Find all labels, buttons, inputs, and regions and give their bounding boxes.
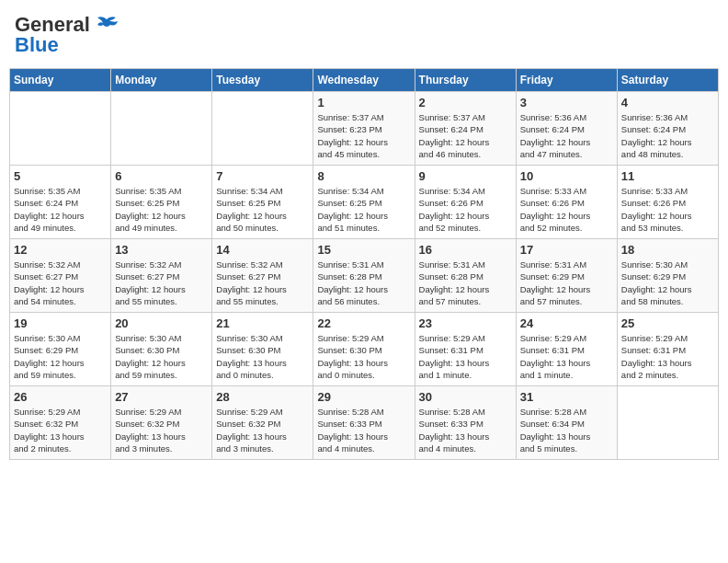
day-info: Sunrise: 5:32 AM Sunset: 6:27 PM Dayligh…: [216, 259, 309, 307]
day-cell: [111, 92, 212, 166]
day-number: 31: [520, 390, 613, 404]
day-number: 22: [317, 316, 410, 330]
day-number: 16: [419, 243, 512, 257]
header-friday: Friday: [516, 69, 617, 92]
header-sunday: Sunday: [10, 69, 111, 92]
day-info: Sunrise: 5:36 AM Sunset: 6:24 PM Dayligh…: [621, 111, 714, 160]
day-number: 9: [419, 169, 512, 183]
day-info: Sunrise: 5:30 AM Sunset: 6:29 PM Dayligh…: [621, 259, 714, 307]
page-header: General Blue: [9, 9, 719, 61]
day-info: Sunrise: 5:29 AM Sunset: 6:32 PM Dayligh…: [115, 406, 208, 454]
day-number: 3: [520, 96, 613, 109]
day-info: Sunrise: 5:29 AM Sunset: 6:31 PM Dayligh…: [419, 332, 512, 381]
day-number: 18: [621, 243, 714, 257]
day-info: Sunrise: 5:33 AM Sunset: 6:26 PM Dayligh…: [520, 185, 613, 234]
day-number: 7: [216, 169, 309, 183]
day-cell: 10Sunrise: 5:33 AM Sunset: 6:26 PM Dayli…: [516, 166, 617, 239]
day-cell: 2Sunrise: 5:37 AM Sunset: 6:24 PM Daylig…: [415, 92, 516, 166]
day-info: Sunrise: 5:33 AM Sunset: 6:26 PM Dayligh…: [621, 185, 714, 234]
day-cell: 12Sunrise: 5:32 AM Sunset: 6:27 PM Dayli…: [10, 239, 111, 313]
header-row: SundayMondayTuesdayWednesdayThursdayFrid…: [10, 69, 719, 92]
day-cell: 5Sunrise: 5:35 AM Sunset: 6:24 PM Daylig…: [10, 166, 111, 239]
day-cell: 27Sunrise: 5:29 AM Sunset: 6:32 PM Dayli…: [111, 386, 212, 460]
day-number: 30: [419, 390, 512, 404]
day-cell: 25Sunrise: 5:29 AM Sunset: 6:31 PM Dayli…: [617, 313, 718, 386]
day-number: 15: [317, 243, 410, 257]
week-row-1: 1Sunrise: 5:37 AM Sunset: 6:23 PM Daylig…: [10, 92, 719, 166]
logo-blue: Blue: [15, 33, 59, 57]
day-cell: 29Sunrise: 5:28 AM Sunset: 6:33 PM Dayli…: [313, 386, 415, 460]
day-info: Sunrise: 5:37 AM Sunset: 6:23 PM Dayligh…: [317, 111, 410, 160]
day-cell: 30Sunrise: 5:28 AM Sunset: 6:33 PM Dayli…: [415, 386, 516, 460]
day-number: 19: [14, 316, 107, 330]
day-number: 6: [115, 169, 208, 183]
day-cell: 7Sunrise: 5:34 AM Sunset: 6:25 PM Daylig…: [212, 166, 313, 239]
day-info: Sunrise: 5:35 AM Sunset: 6:24 PM Dayligh…: [14, 185, 107, 234]
header-saturday: Saturday: [617, 69, 718, 92]
day-cell: 28Sunrise: 5:29 AM Sunset: 6:32 PM Dayli…: [212, 386, 313, 460]
day-info: Sunrise: 5:35 AM Sunset: 6:25 PM Dayligh…: [115, 185, 208, 234]
logo: General Blue: [15, 13, 119, 57]
day-number: 5: [14, 169, 107, 183]
day-cell: 9Sunrise: 5:34 AM Sunset: 6:26 PM Daylig…: [415, 166, 516, 239]
day-cell: 18Sunrise: 5:30 AM Sunset: 6:29 PM Dayli…: [617, 239, 718, 313]
day-info: Sunrise: 5:34 AM Sunset: 6:25 PM Dayligh…: [317, 185, 410, 234]
day-info: Sunrise: 5:34 AM Sunset: 6:26 PM Dayligh…: [419, 185, 512, 234]
day-cell: 1Sunrise: 5:37 AM Sunset: 6:23 PM Daylig…: [313, 92, 415, 166]
day-info: Sunrise: 5:32 AM Sunset: 6:27 PM Dayligh…: [115, 259, 208, 307]
day-number: 13: [115, 243, 208, 257]
day-info: Sunrise: 5:37 AM Sunset: 6:24 PM Dayligh…: [419, 111, 512, 160]
day-info: Sunrise: 5:29 AM Sunset: 6:32 PM Dayligh…: [216, 406, 309, 454]
day-info: Sunrise: 5:32 AM Sunset: 6:27 PM Dayligh…: [14, 259, 107, 307]
day-cell: [617, 386, 718, 460]
day-number: 29: [317, 390, 410, 404]
day-info: Sunrise: 5:31 AM Sunset: 6:28 PM Dayligh…: [317, 259, 410, 307]
day-number: 11: [621, 169, 714, 183]
day-info: Sunrise: 5:31 AM Sunset: 6:28 PM Dayligh…: [419, 259, 512, 307]
day-info: Sunrise: 5:31 AM Sunset: 6:29 PM Dayligh…: [520, 259, 613, 307]
logo-bird-icon: [94, 16, 119, 34]
day-number: 23: [419, 316, 512, 330]
day-cell: 24Sunrise: 5:29 AM Sunset: 6:31 PM Dayli…: [516, 313, 617, 386]
day-info: Sunrise: 5:29 AM Sunset: 6:31 PM Dayligh…: [621, 332, 714, 381]
day-info: Sunrise: 5:30 AM Sunset: 6:30 PM Dayligh…: [216, 332, 309, 381]
day-info: Sunrise: 5:34 AM Sunset: 6:25 PM Dayligh…: [216, 185, 309, 234]
header-wednesday: Wednesday: [313, 69, 415, 92]
day-number: 24: [520, 316, 613, 330]
week-row-4: 19Sunrise: 5:30 AM Sunset: 6:29 PM Dayli…: [10, 313, 719, 386]
day-number: 14: [216, 243, 309, 257]
day-info: Sunrise: 5:29 AM Sunset: 6:30 PM Dayligh…: [317, 332, 410, 381]
day-cell: 21Sunrise: 5:30 AM Sunset: 6:30 PM Dayli…: [212, 313, 313, 386]
day-number: 17: [520, 243, 613, 257]
day-cell: 19Sunrise: 5:30 AM Sunset: 6:29 PM Dayli…: [10, 313, 111, 386]
day-info: Sunrise: 5:29 AM Sunset: 6:32 PM Dayligh…: [14, 406, 107, 454]
day-number: 12: [14, 243, 107, 257]
day-cell: 17Sunrise: 5:31 AM Sunset: 6:29 PM Dayli…: [516, 239, 617, 313]
day-info: Sunrise: 5:28 AM Sunset: 6:33 PM Dayligh…: [317, 406, 410, 454]
week-row-5: 26Sunrise: 5:29 AM Sunset: 6:32 PM Dayli…: [10, 386, 719, 460]
day-cell: 31Sunrise: 5:28 AM Sunset: 6:34 PM Dayli…: [516, 386, 617, 460]
day-cell: 6Sunrise: 5:35 AM Sunset: 6:25 PM Daylig…: [111, 166, 212, 239]
day-number: 10: [520, 169, 613, 183]
day-cell: 15Sunrise: 5:31 AM Sunset: 6:28 PM Dayli…: [313, 239, 415, 313]
day-number: 20: [115, 316, 208, 330]
day-info: Sunrise: 5:30 AM Sunset: 6:29 PM Dayligh…: [14, 332, 107, 381]
day-cell: 23Sunrise: 5:29 AM Sunset: 6:31 PM Dayli…: [415, 313, 516, 386]
day-cell: 20Sunrise: 5:30 AM Sunset: 6:30 PM Dayli…: [111, 313, 212, 386]
week-row-3: 12Sunrise: 5:32 AM Sunset: 6:27 PM Dayli…: [10, 239, 719, 313]
day-number: 26: [14, 390, 107, 404]
day-cell: [212, 92, 313, 166]
day-cell: 13Sunrise: 5:32 AM Sunset: 6:27 PM Dayli…: [111, 239, 212, 313]
day-number: 25: [621, 316, 714, 330]
day-cell: 26Sunrise: 5:29 AM Sunset: 6:32 PM Dayli…: [10, 386, 111, 460]
header-tuesday: Tuesday: [212, 69, 313, 92]
day-cell: 3Sunrise: 5:36 AM Sunset: 6:24 PM Daylig…: [516, 92, 617, 166]
header-thursday: Thursday: [415, 69, 516, 92]
calendar-table: SundayMondayTuesdayWednesdayThursdayFrid…: [9, 68, 719, 460]
day-info: Sunrise: 5:28 AM Sunset: 6:34 PM Dayligh…: [520, 406, 613, 454]
header-monday: Monday: [111, 69, 212, 92]
day-info: Sunrise: 5:29 AM Sunset: 6:31 PM Dayligh…: [520, 332, 613, 381]
day-cell: 4Sunrise: 5:36 AM Sunset: 6:24 PM Daylig…: [617, 92, 718, 166]
day-number: 21: [216, 316, 309, 330]
day-cell: 22Sunrise: 5:29 AM Sunset: 6:30 PM Dayli…: [313, 313, 415, 386]
